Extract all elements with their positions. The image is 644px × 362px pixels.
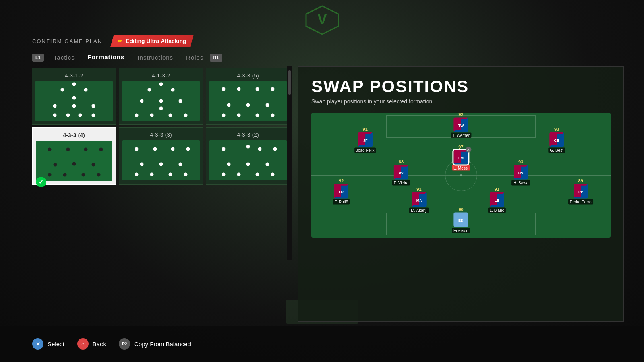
background-logo: V bbox=[298, 4, 346, 36]
swap-positions-subtitle: Swap player positions in your selected f… bbox=[311, 98, 611, 105]
l1-button[interactable]: L1 bbox=[32, 54, 44, 62]
swap-positions-title: SWAP POSITIONS bbox=[311, 78, 611, 95]
p-vieira-rating: 88 bbox=[399, 159, 404, 164]
pedro-porro-name: Pedro Porro bbox=[568, 199, 593, 204]
nav-tabs: L1 Tactics Formations Instructions Roles… bbox=[32, 50, 226, 64]
player-pedro-porro[interactable]: 89 PP Pedro Porro bbox=[568, 184, 593, 204]
m-akanji-rating: 91 bbox=[416, 187, 421, 192]
p-vieira-name: P. Vieira bbox=[392, 180, 410, 186]
select-label: Select bbox=[48, 341, 64, 348]
h-sawa-jersey: HS bbox=[514, 165, 528, 180]
tab-formations[interactable]: Formations bbox=[81, 50, 131, 64]
center-spot bbox=[460, 174, 462, 176]
player-l-blanc[interactable]: 91 LB L. Blanc bbox=[488, 192, 506, 213]
messi-jersey: ✕ LM bbox=[453, 150, 468, 164]
formation-label-4312: 4-3-1-2 bbox=[35, 72, 113, 79]
swap-positions-panel: SWAP POSITIONS Swap player positions in … bbox=[298, 66, 624, 322]
messi-rating: 97 bbox=[458, 144, 463, 149]
pedro-porro-rating: 89 bbox=[578, 178, 583, 183]
r1-button[interactable]: R1 bbox=[210, 54, 222, 62]
messi-x-icon: ✕ bbox=[466, 147, 471, 152]
formations-panel: 4-3-1-2 4-1-3-2 bbox=[30, 66, 292, 322]
selected-checkmark: ✓ bbox=[36, 177, 46, 187]
copy-label: Copy From Balanced bbox=[134, 341, 191, 348]
formation-field-4334 bbox=[36, 141, 112, 181]
cross-button[interactable]: ✕ bbox=[32, 338, 43, 350]
svg-text:V: V bbox=[317, 11, 327, 27]
joao-felix-rating: 91 bbox=[363, 127, 368, 132]
formations-grid: 4-3-1-2 4-1-3-2 bbox=[30, 66, 292, 186]
formation-card-4333[interactable]: 4-3-3 (3) bbox=[119, 127, 203, 185]
joao-felix-name: João Félix bbox=[354, 148, 376, 153]
l-blanc-name: L. Blanc bbox=[488, 208, 506, 213]
formation-field-4332 bbox=[209, 140, 287, 180]
scroll-thumb[interactable] bbox=[288, 70, 291, 95]
player-f-rolfo[interactable]: 92 FR F. Rolfö bbox=[333, 184, 350, 204]
editing-label: Editing Ultra Attacking bbox=[126, 38, 186, 44]
svg-text:HS: HS bbox=[518, 171, 524, 175]
svg-text:PP: PP bbox=[578, 190, 583, 194]
svg-text:PV: PV bbox=[399, 171, 404, 175]
f-rolfo-rating: 92 bbox=[339, 178, 344, 183]
player-p-vieira[interactable]: 88 PV P. Vieira bbox=[392, 165, 410, 186]
svg-text:JF: JF bbox=[363, 139, 367, 143]
formation-label-4132: 4-1-3-2 bbox=[122, 72, 200, 79]
svg-text:MA: MA bbox=[416, 199, 422, 203]
svg-text:ED: ED bbox=[458, 218, 464, 222]
formation-card-4332[interactable]: 4-3-3 (2) bbox=[206, 127, 290, 185]
player-ederson[interactable]: 90 ED Ederson bbox=[452, 212, 470, 233]
werner-rating: 92 bbox=[458, 113, 463, 117]
svg-text:LM: LM bbox=[458, 156, 464, 160]
header: CONFIRM GAME PLAN ✏ Editing Ultra Attack… bbox=[32, 35, 612, 47]
formation-field-4132 bbox=[122, 81, 200, 121]
back-label: Back bbox=[93, 341, 106, 348]
bottom-bar: ✕ Select ○ Back R2 Copy From Balanced bbox=[0, 326, 644, 362]
g-best-jersey: GB bbox=[549, 132, 564, 147]
copy-action: R2 Copy From Balanced bbox=[119, 338, 191, 350]
messi-name: L. Messi bbox=[452, 165, 470, 170]
svg-text:LB: LB bbox=[495, 199, 499, 203]
editing-icon: ✏ bbox=[118, 38, 122, 44]
svg-text:FR: FR bbox=[339, 190, 344, 194]
formation-label-4335: 4-3-3 (5) bbox=[209, 72, 287, 79]
tab-instructions[interactable]: Instructions bbox=[131, 51, 180, 64]
formation-field-4335 bbox=[209, 81, 287, 121]
tab-roles[interactable]: Roles bbox=[180, 51, 210, 64]
player-h-sawa[interactable]: 93 HS H. Sawa bbox=[511, 165, 530, 186]
ederson-name: Ederson bbox=[452, 228, 470, 233]
formation-card-4312[interactable]: 4-3-1-2 bbox=[32, 68, 116, 125]
h-sawa-rating: 93 bbox=[518, 159, 523, 164]
player-werner[interactable]: 92 TW T. Werner bbox=[451, 118, 471, 138]
joao-felix-jersey: JF bbox=[358, 132, 373, 147]
circle-button[interactable]: ○ bbox=[77, 338, 89, 350]
select-action: ✕ Select bbox=[32, 338, 64, 350]
pedro-porro-jersey: PP bbox=[574, 184, 588, 198]
l-blanc-rating: 91 bbox=[495, 187, 499, 192]
p-vieira-jersey: PV bbox=[394, 165, 408, 180]
f-rolfo-name: F. Rolfö bbox=[333, 199, 350, 204]
soccer-field: 92 TW T. Werner 91 JF João Félix 93 GB G… bbox=[311, 113, 611, 238]
formation-label-4334: 4-3-3 (4) bbox=[36, 132, 112, 138]
formation-field-4333 bbox=[122, 140, 200, 180]
formation-field-4312 bbox=[35, 81, 113, 121]
back-action: ○ Back bbox=[77, 338, 106, 350]
player-joao-felix[interactable]: 91 JF João Félix bbox=[354, 132, 376, 153]
formation-label-4332: 4-3-3 (2) bbox=[209, 132, 287, 138]
formation-card-4335[interactable]: 4-3-3 (5) bbox=[206, 68, 290, 125]
player-g-best[interactable]: 93 GB G. Best bbox=[549, 132, 565, 153]
h-sawa-name: H. Sawa bbox=[511, 180, 530, 186]
werner-jersey: TW bbox=[453, 118, 468, 132]
player-messi[interactable]: 97 ✕ LM L. Messi bbox=[452, 150, 470, 170]
player-m-akanji[interactable]: 91 MA M. Akanji bbox=[409, 192, 429, 213]
svg-text:TW: TW bbox=[458, 124, 464, 128]
g-best-name: G. Best bbox=[549, 148, 565, 153]
f-rolfo-jersey: FR bbox=[334, 184, 348, 198]
scroll-divider bbox=[287, 66, 292, 260]
r2-button[interactable]: R2 bbox=[119, 338, 130, 350]
ederson-jersey: ED bbox=[454, 212, 468, 227]
confirm-game-plan-label: CONFIRM GAME PLAN bbox=[32, 38, 102, 44]
tab-tactics[interactable]: Tactics bbox=[47, 51, 81, 64]
ederson-rating: 90 bbox=[458, 207, 463, 211]
formation-card-4132[interactable]: 4-1-3-2 bbox=[119, 68, 203, 125]
formation-card-4334[interactable]: 4-3-3 (4) ✓ bbox=[32, 127, 116, 185]
